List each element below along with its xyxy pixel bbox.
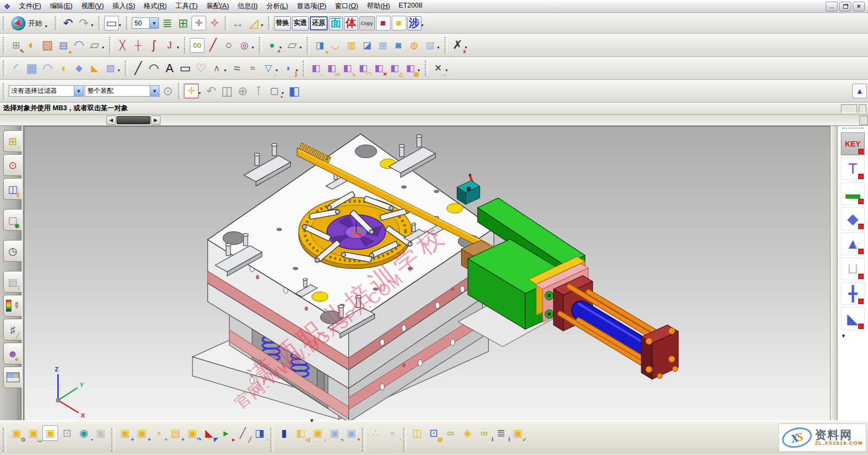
- measure-angle-icon[interactable]: ◿: [246, 16, 261, 30]
- scroll-left-button[interactable]: ◀: [106, 116, 116, 125]
- toolbar-grip[interactable]: [303, 60, 306, 76]
- pocket-icon[interactable]: ◪: [360, 38, 374, 53]
- new-sketch-icon[interactable]: ⊞✎: [9, 38, 23, 53]
- resize-face-icon[interactable]: ◧△: [387, 61, 402, 75]
- rectangle-select-icon[interactable]: ▢•: [267, 84, 282, 98]
- selection-scope-combo[interactable]: 整个装配▼: [85, 85, 159, 97]
- move-face-icon[interactable]: ◧↔: [309, 61, 323, 75]
- toolbar-grip[interactable]: [125, 60, 128, 76]
- delete-face-icon[interactable]: ◧✕: [372, 61, 386, 75]
- toolbar-grip[interactable]: [270, 428, 273, 452]
- yellow-solid-cube-icon[interactable]: ■: [392, 16, 406, 30]
- menu-item-format[interactable]: 格式(R): [139, 1, 171, 12]
- reuse-part-tile-tnut[interactable]: T: [841, 157, 865, 180]
- toolbar-grip[interactable]: [111, 428, 114, 452]
- measure-distance-icon[interactable]: ↔: [231, 16, 245, 30]
- edit-curve-icon-flyout[interactable]: ▾: [177, 45, 181, 53]
- interference-button[interactable]: 涉: [407, 16, 422, 30]
- find-component-icon[interactable]: ▣⊙: [9, 425, 24, 441]
- boolean-unite-icon[interactable]: ●+: [265, 38, 279, 53]
- red-solid-cube-icon[interactable]: ■: [376, 16, 391, 30]
- scale-combo[interactable]: 50▼: [132, 17, 159, 29]
- divide-curve-icon[interactable]: ┼: [131, 38, 145, 53]
- wave-mode-icon[interactable]: ◈: [459, 425, 475, 441]
- snap-point-icon-flyout[interactable]: ▾: [199, 91, 203, 98]
- wcs-orient-icon[interactable]: ✜: [207, 16, 222, 30]
- menu-item-view[interactable]: 视图(V): [77, 1, 108, 12]
- polyline-icon[interactable]: ∧: [209, 61, 224, 75]
- new-parent-icon[interactable]: ▫+: [151, 425, 167, 441]
- join-curve-icon[interactable]: ʃ: [146, 38, 161, 53]
- heart-curve-icon[interactable]: ♡: [194, 61, 208, 75]
- limit-switch-block[interactable]: [457, 174, 480, 204]
- body-button[interactable]: 体: [344, 16, 358, 30]
- linear-dimension-icon[interactable]: ✕→: [431, 61, 445, 75]
- offset-region-icon[interactable]: ◧↘: [340, 61, 355, 75]
- circle-icon[interactable]: ○: [221, 38, 236, 53]
- redo-icon-flyout[interactable]: ▾: [91, 23, 95, 30]
- menu-item-insert[interactable]: 插入(S): [108, 1, 139, 12]
- hole-icon[interactable]: ◙: [391, 38, 406, 53]
- scroll-right-button[interactable]: ▶: [151, 116, 161, 125]
- boss-icon[interactable]: ◍: [407, 38, 422, 53]
- promote-body-icon[interactable]: ◧◁: [293, 425, 309, 441]
- menu-item-analysis[interactable]: 分析(L): [262, 1, 292, 12]
- display-component-icon[interactable]: ▣: [42, 425, 58, 441]
- open-component-icon[interactable]: ▣◡: [25, 425, 41, 441]
- relations-browser-icon[interactable]: ∞i: [476, 425, 492, 441]
- intersection-curve-icon[interactable]: ◗): [281, 61, 296, 75]
- toolbar-grip[interactable]: [184, 37, 187, 53]
- point-icon-flyout[interactable]: ▾: [252, 45, 256, 53]
- toolbar-overflow-up-icon[interactable]: ▴: [852, 84, 867, 98]
- move-component-icon[interactable]: ▣↷: [184, 425, 200, 441]
- new-component-icon[interactable]: ▣+: [134, 425, 150, 441]
- start-button[interactable]: 开始▾: [9, 15, 52, 31]
- replace-face-icon[interactable]: ◧◠: [356, 61, 371, 75]
- assembly-navigator-tab[interactable]: ⊞▪: [3, 130, 22, 152]
- orient-view-icon[interactable]: ↶: [204, 84, 219, 98]
- part-navigator-tab[interactable]: ◫▮: [3, 178, 22, 200]
- work-section-icon[interactable]: ◫: [220, 84, 234, 98]
- interpart-link-icon[interactable]: ∞: [443, 425, 458, 441]
- translucent-button[interactable]: 实透: [292, 16, 309, 30]
- toolbar-grip[interactable]: [268, 16, 271, 30]
- project-curve-icon[interactable]: ▽↓: [261, 61, 276, 75]
- toolbar-grip[interactable]: [362, 428, 365, 452]
- add-component-icon[interactable]: ▣+: [117, 425, 133, 441]
- revolve-icon[interactable]: ◡: [328, 38, 343, 53]
- toolbar-grip[interactable]: [3, 37, 6, 53]
- viewport-3d-canvas[interactable]: 潇洒职业培训学校 官网:WWW.DGXSPX.COM Z Y X: [24, 127, 830, 420]
- toolbar-grip[interactable]: [55, 16, 58, 30]
- bridge-curve-icon[interactable]: ≈: [245, 61, 260, 75]
- extrude-icon[interactable]: ◨▴: [312, 38, 327, 53]
- line-curve-icon[interactable]: ╱: [131, 61, 145, 75]
- shell-icon[interactable]: ▧: [423, 38, 437, 53]
- pin-view-icon[interactable]: ⊺: [251, 84, 266, 98]
- explode-assembly-icon[interactable]: ∴: [368, 425, 384, 441]
- datum-plane2-icon-flyout[interactable]: ▾: [299, 45, 304, 53]
- edit-position-icon[interactable]: ▣+: [343, 425, 359, 441]
- display-mode-dropdown-flyout[interactable]: ▾: [119, 23, 123, 30]
- menu-item-edit[interactable]: 编辑(E): [46, 1, 77, 12]
- edit-mating-icon[interactable]: ▣¬: [327, 425, 342, 441]
- toolbar-grip[interactable]: [109, 37, 112, 53]
- polyline-icon-flyout[interactable]: ▾: [224, 68, 228, 75]
- close-button[interactable]: ✕: [853, 2, 865, 11]
- text-icon[interactable]: A: [162, 61, 177, 75]
- reuse-part-tile-green-block[interactable]: ▬: [841, 182, 865, 205]
- menu-item-et2008[interactable]: ET2008: [394, 1, 427, 12]
- hydraulic-cylinder-assembly[interactable]: [458, 198, 678, 380]
- scale-combo-dropdown-icon[interactable]: ▼: [149, 18, 158, 28]
- selection-chain-icon[interactable]: ∞: [190, 38, 205, 53]
- arrangements-icon[interactable]: ⊡▣: [426, 425, 442, 441]
- bend-surface-icon[interactable]: ◣: [87, 61, 102, 75]
- trim-body-icon[interactable]: ✗x: [450, 38, 465, 53]
- copy-button[interactable]: Copy: [359, 16, 375, 30]
- reuse-part-tile-triangle-plate[interactable]: ▲∵: [841, 232, 865, 255]
- selection-filter-combo[interactable]: 没有选择过滤器▼: [9, 85, 84, 97]
- snap-point-icon[interactable]: ✛: [184, 84, 199, 98]
- menu-item-help[interactable]: 帮助(H): [362, 1, 394, 12]
- face-button[interactable]: 面: [329, 16, 343, 30]
- studio-surface-icon-flyout[interactable]: ▾: [118, 68, 122, 75]
- measure-angle-icon-flyout[interactable]: ▾: [261, 23, 265, 30]
